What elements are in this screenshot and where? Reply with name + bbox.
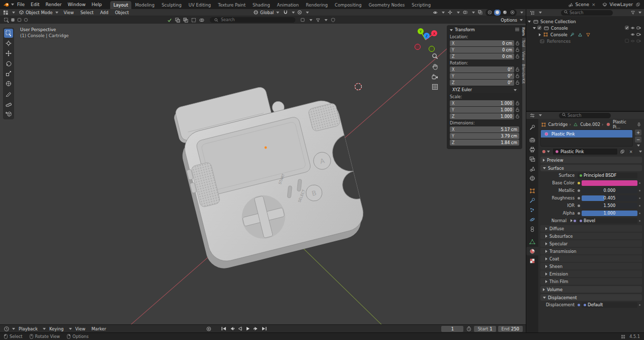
- tool-cursor[interactable]: [4, 39, 13, 48]
- hide-eye-icon[interactable]: [630, 26, 635, 31]
- fallback-tool-caret[interactable]: [309, 19, 312, 21]
- menu-marker[interactable]: Marker: [89, 326, 109, 331]
- snap-caret[interactable]: [292, 12, 295, 14]
- disable-render-icon[interactable]: [636, 32, 641, 37]
- exclude-checkbox[interactable]: [625, 39, 629, 44]
- animate-dot[interactable]: [637, 304, 642, 306]
- roughness-slider[interactable]: 0.405: [582, 195, 637, 201]
- location-y-field[interactable]: Y0 cm: [450, 47, 514, 53]
- rotation-y-field[interactable]: Y0°: [450, 73, 514, 79]
- outliner-filter-caret[interactable]: [638, 12, 641, 14]
- location-x-field[interactable]: X0 cm: [450, 40, 514, 46]
- tab-world[interactable]: [526, 174, 538, 182]
- outliner-editor-caret[interactable]: [539, 12, 542, 14]
- menu-playback[interactable]: Playback: [16, 326, 40, 331]
- breadcrumb-material[interactable]: Plastic Pi...: [613, 119, 634, 129]
- disable-render-icon[interactable]: [636, 26, 641, 31]
- snap-magnet-icon[interactable]: [282, 10, 289, 16]
- shield-icon[interactable]: [330, 17, 336, 23]
- next-keyframe-button[interactable]: [253, 326, 260, 332]
- subpanel-diffuse[interactable]: Diffuse: [540, 225, 642, 232]
- browse-material-button[interactable]: [540, 149, 551, 155]
- fallback-tool-icon[interactable]: [299, 17, 306, 23]
- subpanel-specular[interactable]: Specular: [540, 240, 642, 247]
- animate-dot[interactable]: [637, 197, 642, 199]
- menu-keying[interactable]: Keying: [47, 326, 66, 331]
- displacement-input-field[interactable]: Default: [582, 302, 637, 308]
- shading-caret[interactable]: [520, 12, 523, 14]
- exclude-checkbox[interactable]: [625, 26, 629, 31]
- properties-editor-caret[interactable]: [539, 114, 542, 116]
- add-slot-button[interactable]: +: [635, 129, 641, 135]
- outliner-row-collection-console[interactable]: Console: [528, 25, 642, 31]
- filter-caret[interactable]: [325, 19, 328, 21]
- menu-file[interactable]: File: [14, 1, 28, 8]
- tab-tool[interactable]: [526, 123, 538, 131]
- overlays-caret[interactable]: [472, 12, 475, 14]
- tab-tool[interactable]: Tool: [520, 38, 526, 49]
- panel-collapse-icon[interactable]: [450, 29, 453, 31]
- tab-texture[interactable]: [526, 256, 538, 265]
- editor-type-caret[interactable]: [12, 12, 15, 14]
- workspace-tab-sculpting[interactable]: Sculpting: [158, 1, 185, 9]
- workspace-tab-scripting[interactable]: Scripting: [408, 1, 434, 9]
- timeline-editor-caret[interactable]: [12, 328, 15, 330]
- tool-move[interactable]: [4, 49, 13, 58]
- tool-select-box[interactable]: [4, 29, 13, 38]
- subpanel-emission[interactable]: Emission: [540, 270, 642, 277]
- disclosure-icon[interactable]: [539, 33, 541, 36]
- gizmos-caret[interactable]: [457, 12, 460, 14]
- select-mode-subtract-icon[interactable]: [182, 17, 189, 23]
- jump-to-end-button[interactable]: [261, 326, 268, 332]
- workspace-tab-rendering[interactable]: Rendering: [302, 1, 331, 9]
- rotation-z-field[interactable]: Z0°: [450, 80, 514, 86]
- scene-unlink-icon[interactable]: ×: [591, 2, 597, 7]
- shading-material-icon[interactable]: [502, 10, 508, 16]
- outliner-row-references[interactable]: References: [528, 38, 642, 44]
- tab-material[interactable]: [526, 247, 538, 255]
- navigation-gizmo[interactable]: X Y Z: [409, 27, 444, 55]
- metallic-slider[interactable]: 0.000: [582, 188, 637, 193]
- location-z-field[interactable]: Z0 cm: [450, 53, 514, 59]
- outliner-editor-icon[interactable]: [529, 10, 535, 16]
- menu-help[interactable]: Help: [89, 1, 105, 8]
- workspace-tab-layout[interactable]: Layout: [110, 1, 132, 9]
- frame-end-field[interactable]: End250: [498, 326, 523, 332]
- panel-displacement[interactable]: Displacement: [540, 294, 642, 301]
- menu-add[interactable]: Add: [98, 10, 111, 15]
- tool-option-icon-2[interactable]: [16, 17, 23, 23]
- lock-icon[interactable]: [516, 74, 519, 79]
- tab-view-layer[interactable]: [526, 155, 538, 163]
- datablock-specials-caret[interactable]: [639, 151, 642, 153]
- workspace-tab-texture-paint[interactable]: Texture Paint: [214, 1, 249, 9]
- panel-menu-icon[interactable]: [515, 28, 519, 32]
- disclosure-icon[interactable]: [533, 27, 536, 29]
- tab-output[interactable]: [526, 145, 538, 154]
- ortho-grid-icon[interactable]: [432, 84, 438, 91]
- scale-z-field[interactable]: Z1.000: [450, 113, 514, 119]
- animate-dot[interactable]: [637, 190, 642, 191]
- material-slot-list[interactable]: Plastic Pink: [540, 129, 633, 147]
- select-mode-intersect-icon[interactable]: [198, 17, 205, 23]
- show-object-types-icon[interactable]: [432, 10, 438, 16]
- menu-object[interactable]: Object: [112, 10, 131, 15]
- lock-icon[interactable]: [516, 107, 519, 113]
- tab-scene[interactable]: [526, 164, 538, 173]
- pin-icon[interactable]: [636, 121, 642, 127]
- tool-add-cube[interactable]: [4, 109, 13, 118]
- proportional-caret[interactable]: [306, 12, 309, 14]
- orientation-dropdown[interactable]: Global: [251, 10, 281, 16]
- dimensions-y-field[interactable]: Y3.79 cm: [450, 133, 519, 139]
- tab-blenderkit[interactable]: BlenderKit: [520, 62, 526, 86]
- outliner-row-scene-collection[interactable]: Scene Collection: [528, 18, 642, 25]
- workspace-tab-shading[interactable]: Shading: [249, 1, 274, 9]
- animate-dot[interactable]: [637, 220, 642, 222]
- lock-icon[interactable]: [516, 80, 519, 86]
- tab-modifiers[interactable]: [526, 196, 538, 205]
- subpanel-subsurface[interactable]: Subsurface: [540, 233, 642, 239]
- outliner-row-object-console[interactable]: Console: [528, 31, 642, 38]
- disable-render-icon[interactable]: [636, 39, 641, 44]
- unlink-material-button[interactable]: ×: [627, 149, 634, 155]
- proportional-edit-icon[interactable]: [296, 10, 303, 16]
- ior-field[interactable]: 1.500: [582, 203, 637, 209]
